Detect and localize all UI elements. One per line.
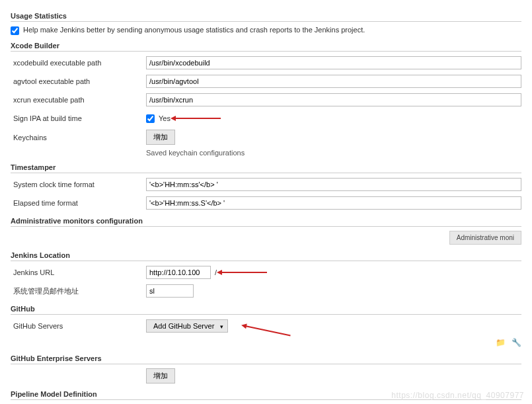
sign-ipa-yes: Yes	[159, 114, 171, 122]
elapsed-format-label: Elapsed time format	[11, 199, 146, 207]
xcodebuild-label: xcodebuild executable path	[11, 59, 146, 67]
agvtool-input[interactable]	[146, 75, 521, 88]
tool-icon[interactable]: 🔧	[511, 337, 521, 348]
keychains-add-button[interactable]: 增加	[146, 130, 175, 145]
agvtool-label: agvtool executable path	[11, 77, 146, 85]
xcrun-input[interactable]	[146, 93, 521, 106]
github-enterprise-add-button[interactable]: 增加	[146, 368, 175, 384]
usage-stats-help-text: Help make Jenkins better by sending anon…	[23, 26, 365, 34]
section-pipeline: Pipeline Model Definition	[11, 390, 521, 400]
annotation-arrow-icon	[245, 325, 291, 337]
annotation-arrow-icon	[174, 118, 221, 119]
jenkins-url-input[interactable]	[146, 266, 211, 279]
section-usage-stats: Usage Statistics	[11, 12, 521, 22]
sign-ipa-checkbox[interactable]	[146, 114, 155, 123]
clock-format-label: System clock time format	[11, 181, 146, 188]
section-admin-monitors: Administrative monitors configuration	[11, 217, 521, 227]
github-servers-label: GitHub Servers	[11, 322, 146, 330]
section-jenkins-location: Jenkins Location	[11, 251, 521, 261]
keychains-saved-note: Saved keychain configurations	[146, 149, 521, 157]
add-github-server-label: Add GitHub Server	[153, 322, 214, 330]
keychains-label: Keychains	[11, 134, 146, 141]
add-github-server-button[interactable]: Add GitHub Server	[146, 319, 228, 333]
elapsed-format-input[interactable]	[146, 196, 521, 210]
sign-ipa-label: Sign IPA at build time	[11, 114, 146, 122]
admin-email-input[interactable]	[146, 284, 194, 298]
section-github: GitHub	[11, 305, 521, 315]
jenkins-url-label: Jenkins URL	[11, 268, 146, 276]
section-xcode-builder: Xcode Builder	[11, 42, 521, 52]
dropdown-caret-icon	[216, 322, 223, 330]
section-timestamper: Timestamper	[11, 163, 521, 173]
admin-email-label: 系统管理员邮件地址	[11, 286, 146, 296]
clock-format-input[interactable]	[146, 178, 521, 191]
usage-stats-checkbox[interactable]	[11, 26, 19, 35]
xcodebuild-input[interactable]	[146, 56, 521, 69]
admin-monitors-button[interactable]: Administrative moni	[449, 231, 521, 245]
folder-icon[interactable]: 📁	[495, 337, 506, 348]
section-github-enterprise: GitHub Enterprise Servers	[11, 354, 521, 364]
xcrun-label: xcrun executable path	[11, 96, 146, 104]
annotation-arrow-icon	[221, 272, 267, 273]
